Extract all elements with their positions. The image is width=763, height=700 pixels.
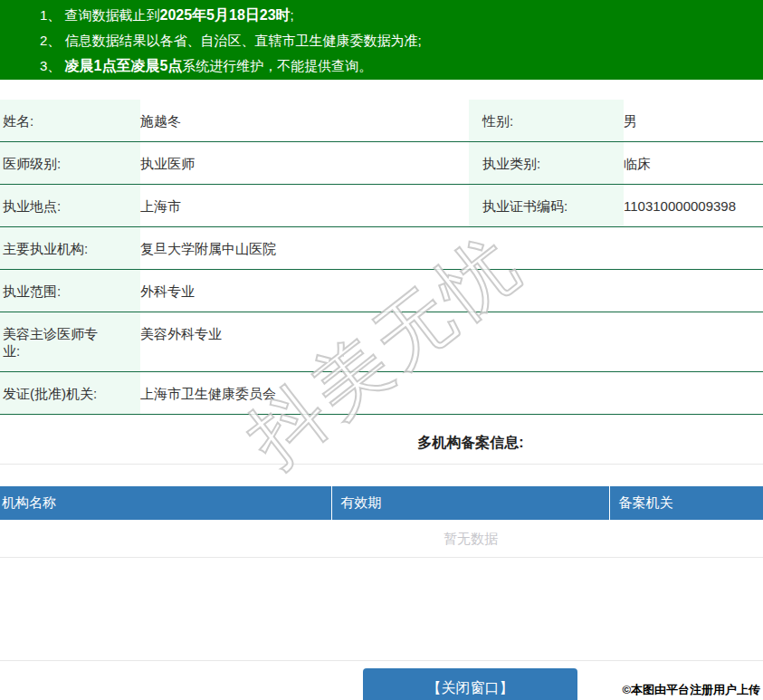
- name-value: 施越冬: [140, 100, 469, 142]
- physician-info-table: 姓名: 施越冬 性别: 男 医师级别: 执业医师 执业类别: 临床 执业地点: …: [0, 100, 763, 415]
- location-value: 上海市: [140, 185, 469, 227]
- location-label: 执业地点:: [0, 185, 140, 227]
- scope-label: 执业范围:: [0, 270, 140, 312]
- license-no-label: 执业证书编码:: [469, 185, 624, 227]
- notice-highlight-time: 凌晨1点至凌晨5点: [65, 58, 183, 73]
- notice-line-1: 1、 查询数据截止到2025年5月18日23时;: [40, 3, 754, 28]
- table-row: 医师级别: 执业医师 执业类别: 临床: [0, 142, 763, 185]
- close-window-button[interactable]: 【关闭窗口】: [363, 668, 577, 700]
- gender-label: 性别:: [469, 100, 624, 142]
- divider: [0, 464, 763, 465]
- query-result-panel: 姓名: 施越冬 性别: 男 医师级别: 执业医师 执业类别: 临床 执业地点: …: [0, 100, 763, 661]
- table-row: 发证(批准)机关: 上海市卫生健康委员会: [0, 372, 763, 415]
- table-row: 执业地点: 上海市 执业证书编码: 110310000009398: [0, 185, 763, 227]
- notice-line-2: 2、 信息数据结果以各省、自治区、直辖市卫生健康委数据为准;: [40, 28, 754, 53]
- table-row: 主要执业机构: 复旦大学附属中山医院: [0, 227, 763, 270]
- divider: [0, 660, 763, 661]
- table-row: 执业范围: 外科专业: [0, 270, 763, 312]
- filing-empty-row: 暂无数据: [0, 520, 763, 558]
- column-filing-authority: 备案机关: [609, 486, 763, 520]
- issuing-authority-value: 上海市卫生健康委员会: [140, 372, 763, 415]
- cosmetic-specialty-value: 美容外科专业: [140, 312, 763, 372]
- notice-banner: 1、 查询数据截止到2025年5月18日23时; 2、 信息数据结果以各省、自治…: [0, 0, 763, 80]
- notice-highlight-date: 2025年5月18日23时: [160, 7, 291, 23]
- table-row: 美容主诊医师专业: 美容外科专业: [0, 312, 763, 372]
- main-institution-label: 主要执业机构:: [0, 227, 140, 270]
- level-value: 执业医师: [140, 142, 469, 185]
- column-institution-name: 机构名称: [0, 486, 331, 520]
- no-data-text: 暂无数据: [0, 520, 763, 558]
- cosmetic-specialty-label: 美容主诊医师专业:: [0, 312, 140, 372]
- name-label: 姓名:: [0, 100, 140, 142]
- category-label: 执业类别:: [469, 142, 624, 185]
- filing-header-row: 机构名称 有效期 备案机关: [0, 486, 763, 520]
- table-row: 姓名: 施越冬 性别: 男: [0, 100, 763, 142]
- main-institution-value: 复旦大学附属中山医院: [140, 227, 763, 270]
- scope-value: 外科专业: [140, 270, 763, 312]
- copyright-stamp: ©本图由平台注册用户上传: [622, 682, 760, 698]
- license-no-value: 110310000009398: [624, 185, 763, 227]
- gender-value: 男: [624, 100, 763, 142]
- filing-table: 机构名称 有效期 备案机关 暂无数据: [0, 486, 763, 558]
- filing-section-title: 多机构备案信息:: [0, 434, 763, 451]
- notice-line-3: 3、 凌晨1点至凌晨5点系统进行维护，不能提供查询。: [40, 53, 754, 79]
- issuing-authority-label: 发证(批准)机关:: [0, 372, 140, 415]
- category-value: 临床: [624, 142, 763, 185]
- column-validity: 有效期: [331, 486, 609, 520]
- level-label: 医师级别:: [0, 142, 140, 185]
